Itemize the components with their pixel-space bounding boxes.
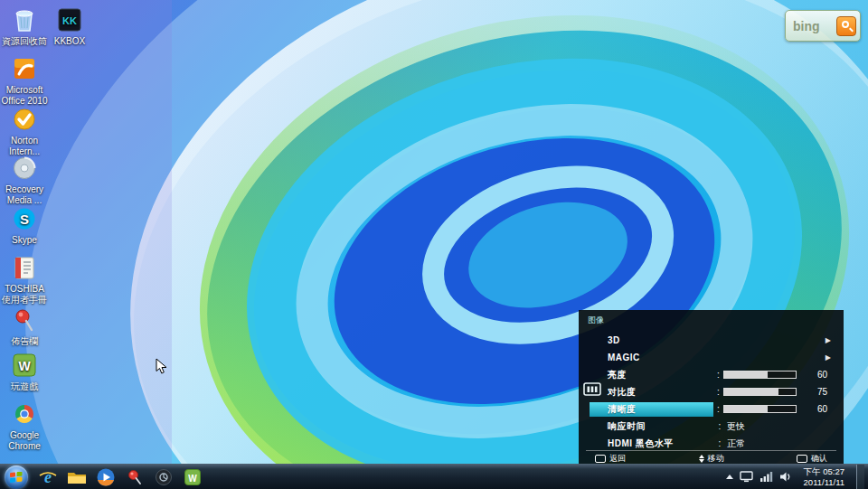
pushpin-icon (126, 468, 144, 486)
svg-text:W: W (18, 359, 31, 373)
return-icon (595, 455, 606, 463)
contrast-value: 75 (797, 387, 827, 397)
hdmi-black-level-value: 正常 (727, 437, 745, 450)
office-icon (10, 54, 39, 83)
mouse-cursor (156, 358, 168, 374)
desktop-icon-toshiba-manual[interactable]: TOSHIBA 使用者手冊 (0, 253, 49, 305)
osd-item-magic[interactable]: MAGIC ▶ (579, 349, 844, 366)
sharpness-value: 60 (797, 404, 827, 414)
user-manual-icon (10, 253, 39, 282)
taskbar-media-player[interactable] (91, 465, 120, 489)
show-desktop-button[interactable] (856, 465, 864, 489)
desktop-icon-label: 佈告欄 (11, 336, 38, 346)
display-tray-icon[interactable] (740, 471, 753, 483)
chrome-icon (10, 400, 39, 428)
desktop-icon-label: Microsoft Office 2010 (2, 85, 48, 106)
folder-icon (67, 469, 87, 485)
taskbar-internet-explorer[interactable]: e (33, 465, 62, 489)
slider-fill (724, 389, 778, 395)
osd-rows: 3D ▶ MAGIC ▶ 亮度 : 60 对比度 : 75 清晰度 (579, 332, 844, 452)
monitor-osd-menu: 图像 3D ▶ MAGIC ▶ 亮度 : 60 对比度 (579, 310, 844, 470)
brightness-value: 60 (797, 370, 827, 380)
slider-fill (724, 406, 767, 412)
desktop-icon-label: Recovery Media ... (5, 184, 43, 205)
clock-date: 2011/11/11 (804, 477, 844, 488)
taskbar-clock[interactable]: 下午 05:27 2011/11/11 (798, 466, 850, 488)
desktop-icon-label: KKBOX (54, 36, 85, 46)
start-button[interactable] (5, 465, 28, 489)
search-button[interactable] (836, 16, 856, 36)
volume-tray-icon[interactable] (779, 471, 792, 483)
recovery-media-icon (10, 154, 39, 183)
desktop-icon-play-games[interactable]: W 玩遊戲 (0, 351, 49, 392)
chevron-right-icon: ▶ (826, 353, 831, 362)
osd-item-contrast[interactable]: 对比度 : 75 (579, 383, 844, 400)
osd-item-label: 3D (590, 334, 714, 348)
show-hidden-icons-button[interactable] (726, 475, 733, 479)
utility-dial-icon (155, 468, 173, 486)
media-player-icon (96, 467, 116, 487)
osd-item-label: 清晰度 (590, 402, 713, 417)
desktop-icon-label: TOSHIBA 使用者手冊 (2, 284, 47, 305)
brightness-slider[interactable] (723, 371, 797, 379)
desktop-screen: 資源回收筒 KK KKBOX Microsoft Office 2010 Nor… (0, 0, 868, 489)
contrast-slider[interactable] (723, 388, 797, 396)
chevron-right-icon: ▶ (826, 336, 831, 344)
games-icon: W (10, 351, 39, 380)
sharpness-slider[interactable] (723, 405, 797, 413)
desktop-icon-label: 資源回收筒 (2, 36, 47, 46)
norton-icon (10, 105, 39, 134)
osd-colon: : (713, 404, 724, 414)
desktop-icon-label: Google Chrome (8, 430, 41, 451)
svg-text:S: S (20, 212, 29, 227)
internet-explorer-icon: e (38, 467, 58, 487)
pushpin-icon (10, 306, 39, 334)
slider-fill (724, 371, 767, 378)
bing-search-gadget[interactable]: bing (785, 10, 861, 42)
games-w-icon: W (184, 468, 202, 486)
svg-text:W: W (188, 473, 197, 483)
windows-flag-icon (10, 472, 23, 484)
desktop-icon-bulletin-board[interactable]: 佈告欄 (0, 306, 49, 347)
desktop-icon-office[interactable]: Microsoft Office 2010 (0, 54, 49, 106)
osd-colon: : (714, 438, 725, 448)
osd-colon: : (713, 387, 724, 397)
osd-item-label: 响应时间 (590, 419, 714, 434)
desktop-icon-google-chrome[interactable]: Google Chrome (0, 400, 49, 451)
taskbar: e (0, 464, 868, 489)
bing-logo: bing (793, 19, 820, 33)
taskbar-toshiba-utility[interactable] (149, 465, 178, 489)
kkbox-icon: KK (55, 5, 84, 34)
search-icon-handle (849, 27, 854, 32)
taskbar-wildtangent-games[interactable]: W (178, 465, 207, 489)
system-tray: 下午 05:27 2011/11/11 (726, 465, 868, 489)
desktop-icon-recycle-bin[interactable]: 資源回收筒 (0, 5, 49, 47)
enter-icon (797, 455, 807, 463)
osd-item-label: 亮度 (590, 368, 713, 382)
svg-text:KK: KK (62, 15, 77, 26)
osd-title: 图像 (588, 315, 604, 326)
desktop-icon-kkbox[interactable]: KK KKBOX (45, 5, 94, 47)
search-icon (842, 21, 849, 28)
desktop-icon-recovery[interactable]: Recovery Media ... (0, 154, 49, 205)
osd-item-response-time[interactable]: 响应时间 : 更快 (579, 418, 844, 435)
osd-colon: : (713, 370, 724, 380)
taskbar-pinned-app[interactable] (120, 465, 149, 489)
osd-colon: : (714, 421, 725, 431)
osd-item-sharpness[interactable]: 清晰度 : 60 (579, 400, 844, 418)
recycle-bin-icon (10, 5, 39, 34)
clock-time: 下午 05:27 (804, 466, 844, 477)
svg-text:e: e (44, 468, 52, 486)
skype-icon: S (10, 204, 39, 233)
desktop-icon-label: Skype (12, 235, 37, 245)
osd-item-label: MAGIC (590, 351, 714, 365)
osd-item-3d[interactable]: 3D ▶ (579, 332, 844, 349)
osd-item-label: 对比度 (590, 385, 713, 400)
network-tray-icon[interactable] (760, 471, 773, 483)
desktop-icon-norton[interactable]: Norton Intern... (0, 105, 49, 156)
taskbar-windows-explorer[interactable] (62, 465, 91, 489)
move-arrows-icon (699, 455, 704, 463)
desktop-icon-skype[interactable]: S Skype (0, 204, 49, 246)
osd-item-brightness[interactable]: 亮度 : 60 (579, 366, 844, 383)
osd-item-label: HDMI 黑色水平 (590, 437, 714, 451)
